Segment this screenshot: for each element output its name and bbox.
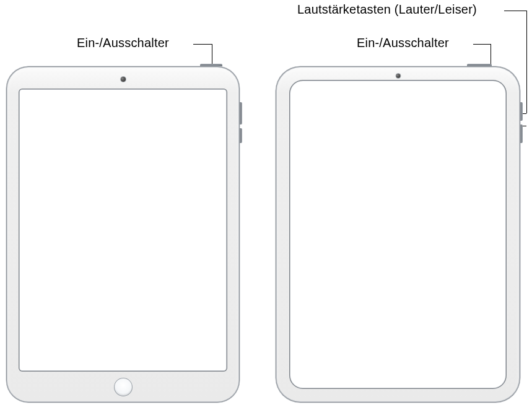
leader-volume-fork-upper [522,113,526,114]
leader-volume-v [526,11,527,113]
home-button-icon [114,378,133,396]
leader-right-power-v [491,44,491,65]
front-camera-icon [121,77,126,82]
device-screen [19,89,227,372]
label-volume: Lautstärketasten (Lauter/Leiser) [297,2,477,17]
leader-volume-top-h [504,11,526,11]
front-camera-icon [396,74,400,78]
ipad-all-screen [276,66,520,403]
label-left-power: Ein-/Ausschalter [77,36,169,50]
leader-volume-fork-lower [522,126,526,126]
device-screen [289,80,507,389]
leader-right-power-h [473,44,491,45]
diagram-stage: Ein-/Ausschalter Ein-/Ausschalter Lautst… [0,0,532,410]
volume-down-button-icon [520,124,523,143]
volume-up-button-icon [520,102,523,121]
side-switch-icon [240,128,242,143]
ipad-with-home-button [6,66,240,403]
leader-left-power-v [212,44,212,65]
side-button-icon [240,102,242,124]
label-right-power: Ein-/Ausschalter [357,36,449,50]
leader-left-power-h [193,44,212,45]
